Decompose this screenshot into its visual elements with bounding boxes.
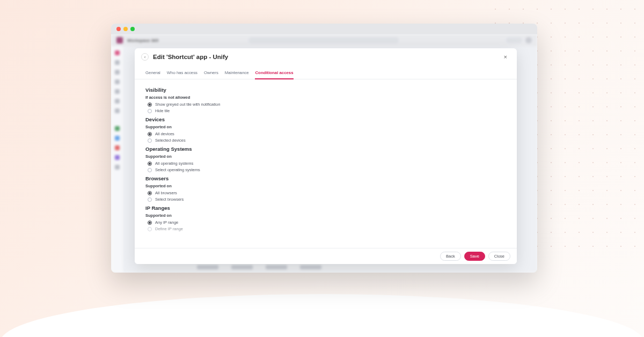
radio-label: Define IP range [155,226,183,231]
app-sidebar [111,46,123,273]
window-minimize-icon[interactable] [123,27,128,31]
radio-row[interactable]: All operating systems [145,161,506,166]
sidebar-icon [115,60,120,65]
tab-who-has-access[interactable]: Who has access [167,68,197,79]
sidebar-icon [115,108,120,113]
radio-row[interactable]: Selected devices [145,138,506,143]
radio-row[interactable]: Define IP range [145,226,506,231]
tab-general[interactable]: General [145,68,160,79]
radio-row[interactable]: Select operating systems [145,167,506,172]
tab-conditional-access[interactable]: Conditional access [255,68,293,79]
section-sub-visibility: If access is not allowed [145,95,506,100]
decorative-wave [0,294,644,337]
radio-label: Hide tile [155,108,170,113]
app-header-pill [506,38,522,43]
radio-row[interactable]: Show greyed out tile with notification [145,102,506,107]
section-sub-browsers: Supported on [145,184,506,188]
macos-window: Workspace 365 [111,24,537,273]
sidebar-icon [115,79,120,84]
sidebar-icon [115,155,120,160]
radio-label: Select operating systems [155,167,200,172]
radio-label: Selected devices [155,138,186,143]
radio-label: All devices [155,131,174,136]
radio-input[interactable] [148,138,152,143]
modal-header: ‹ Edit 'Shortcut' app - Unify × [135,48,517,65]
radio-input[interactable] [148,132,152,136]
chevron-left-icon: ‹ [144,55,146,60]
section-title-browsers: Browsers [145,175,506,181]
sidebar-icon [115,165,120,170]
radio-input[interactable] [148,221,152,225]
modal-title: Edit 'Shortcut' app - Unify [153,54,228,60]
modal-tabs: General Who has access Owners Maintenanc… [135,68,517,79]
window-close-icon[interactable] [116,27,121,31]
radio-row[interactable]: Select browsers [145,197,506,202]
sidebar-icon [115,136,120,141]
app-search-bar [248,37,399,43]
radio-row[interactable]: Hide tile [145,108,506,113]
radio-input[interactable] [148,102,152,107]
sidebar-icon [115,70,120,75]
close-icon[interactable]: × [501,53,510,61]
radio-input[interactable] [148,197,152,202]
modal-body: Visibility If access is not allowed Show… [135,79,517,248]
radio-input[interactable] [148,109,152,113]
app-avatar [525,37,532,43]
section-title-ip: IP Ranges [145,205,506,211]
radio-label: Select browsers [155,197,184,202]
window-zoom-icon[interactable] [130,27,135,31]
back-icon-button[interactable]: ‹ [141,53,149,61]
radio-label: Show greyed out tile with notification [155,102,220,107]
radio-input[interactable] [148,191,152,195]
sidebar-icon [115,145,120,150]
app-topbar: Workspace 365 [111,34,537,46]
radio-row[interactable]: All browsers [145,191,506,195]
section-title-os: Operating Systems [145,146,506,152]
radio-row[interactable]: Any IP range [145,220,506,225]
back-button[interactable]: Back [440,252,461,261]
app-bottom-row [197,265,321,269]
window-titlebar [111,24,537,34]
radio-input[interactable] [148,168,152,172]
sidebar-icon [115,89,120,94]
tab-maintenance[interactable]: Maintenance [225,68,249,79]
radio-label: All browsers [155,191,177,195]
section-title-visibility: Visibility [145,87,506,93]
radio-row[interactable]: All devices [145,131,506,136]
sidebar-icon [115,126,120,131]
radio-label: Any IP range [155,220,178,225]
edit-app-modal: ‹ Edit 'Shortcut' app - Unify × General … [135,48,517,264]
app-logo-icon [116,37,123,43]
sidebar-icon [115,50,120,55]
radio-input[interactable] [148,227,152,231]
tab-owners[interactable]: Owners [204,68,218,79]
save-button[interactable]: Save [464,252,485,261]
section-sub-os: Supported on [145,154,506,159]
section-sub-devices: Supported on [145,124,506,129]
radio-input[interactable] [148,162,152,166]
sidebar-icon [115,99,120,104]
section-title-devices: Devices [145,116,506,122]
modal-footer: Back Save Close [135,248,517,264]
radio-label: All operating systems [155,161,193,166]
app-title: Workspace 365 [127,38,158,43]
section-sub-ip: Supported on [145,213,506,218]
close-button[interactable]: Close [488,252,510,261]
